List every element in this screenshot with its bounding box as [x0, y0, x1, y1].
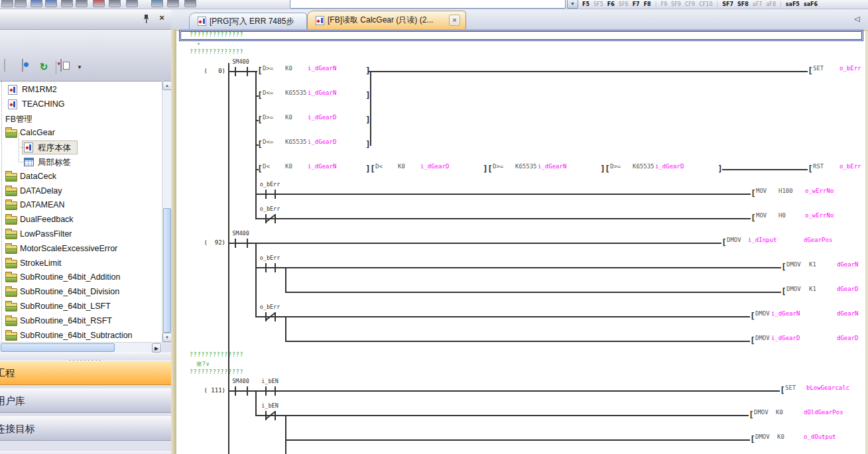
- instruction-mnemonic[interactable]: DMOV: [755, 433, 770, 440]
- ladder-symbol-button[interactable]: SF7: [722, 1, 733, 7]
- tree-item[interactable]: DataCeck: [0, 170, 162, 184]
- contact[interactable]: [275, 263, 276, 272]
- ladder-symbol-button[interactable]: CF10: [699, 1, 712, 7]
- ladder-symbol-button[interactable]: SF5: [593, 1, 603, 7]
- refresh-icon[interactable]: ↻: [36, 60, 52, 76]
- operand-variable[interactable]: o_bErr: [839, 163, 861, 170]
- compare-op[interactable]: D>=: [263, 65, 273, 72]
- instruction-mnemonic[interactable]: K0: [777, 433, 784, 440]
- instruction-mnemonic[interactable]: H100: [778, 188, 793, 194]
- operand-variable[interactable]: dGearD: [837, 335, 859, 341]
- scrollbar-thumb[interactable]: [1, 343, 115, 352]
- tree-item[interactable]: FB管理: [0, 112, 162, 127]
- contact[interactable]: [275, 190, 276, 199]
- contact[interactable]: [247, 67, 248, 76]
- instruction-mnemonic[interactable]: DMOV: [754, 409, 769, 416]
- copy-data-icon[interactable]: [1, 60, 17, 76]
- ladder-symbol-button[interactable]: saF5: [786, 1, 800, 7]
- ladder-symbol-button[interactable]: aF7: [753, 1, 763, 7]
- contact[interactable]: [265, 386, 267, 396]
- save-icon[interactable]: [31, 0, 42, 7]
- ladder-symbol-button[interactable]: SF9: [671, 1, 681, 7]
- device-comment-icon[interactable]: [151, 0, 163, 7]
- operand-variable[interactable]: i_dGearN: [771, 310, 800, 317]
- operand-variable[interactable]: o_wErrNo: [805, 212, 834, 219]
- tree-item[interactable]: SubRoutine_64bit_Division: [0, 285, 162, 300]
- tree-item[interactable]: DATAMEAN: [0, 198, 162, 213]
- scrollbar-thumb[interactable]: [163, 208, 171, 333]
- new-project-icon[interactable]: [1, 0, 13, 7]
- tree-item[interactable]: TEACHING: [0, 97, 162, 112]
- scroll-right-icon[interactable]: ▶: [152, 343, 161, 353]
- operand-variable[interactable]: i_dGearD: [771, 335, 800, 341]
- find-icon[interactable]: [126, 0, 138, 7]
- tree-item[interactable]: DualFeedback: [0, 213, 162, 227]
- monitor-icon[interactable]: [109, 0, 121, 7]
- instruction-mnemonic[interactable]: DMOV: [727, 237, 741, 243]
- tree-item[interactable]: MotorScaleExcessiveError: [0, 242, 162, 256]
- nav-button-connection[interactable]: 连接目标: [0, 416, 171, 441]
- scroll-down-icon[interactable]: ▼: [162, 333, 171, 342]
- operand-variable[interactable]: i_dInput: [748, 237, 776, 243]
- operand-variable[interactable]: o_bErr: [839, 65, 861, 72]
- save-all-icon[interactable]: [45, 0, 57, 7]
- operand-variable[interactable]: dOldGearPos: [804, 409, 843, 416]
- instruction-mnemonic[interactable]: RST: [813, 163, 824, 170]
- tree-item[interactable]: SubRoutine_64bit_RSFT: [0, 314, 162, 329]
- tab-scroll-left-icon[interactable]: ◁: [854, 15, 859, 23]
- monitor-stop-icon[interactable]: [93, 0, 105, 7]
- tree-item[interactable]: SubRoutine_64bit_Subtraction: [0, 329, 162, 342]
- tab-fb-calcgear[interactable]: [FB]读取 CalcGear (只读) (2... ×: [307, 11, 466, 29]
- tree-item[interactable]: 程序本体: [0, 141, 162, 155]
- tree-vertical-scrollbar[interactable]: ▲ ▼: [162, 81, 171, 342]
- operand-variable[interactable]: dGearN: [837, 310, 859, 317]
- instruction-mnemonic[interactable]: SET: [813, 65, 824, 72]
- ladder-symbol-button[interactable]: F9: [660, 1, 667, 7]
- contact[interactable]: [235, 67, 236, 76]
- tree-item[interactable]: LowPassFilter: [0, 227, 162, 242]
- tree-item[interactable]: DATADelay: [0, 184, 162, 199]
- instruction-mnemonic[interactable]: MOV: [756, 212, 767, 219]
- instruction-mnemonic[interactable]: MOV: [756, 188, 767, 194]
- operand-variable[interactable]: dGearPos: [804, 237, 832, 243]
- instruction-mnemonic[interactable]: DMOV: [755, 335, 770, 341]
- ladder-symbol-button[interactable]: F7: [633, 1, 640, 7]
- tab-prg-write[interactable]: [PRG]写入 ERR 7485步: [189, 13, 307, 29]
- contact[interactable]: [247, 239, 248, 248]
- close-tab-icon[interactable]: ×: [449, 15, 460, 26]
- contact[interactable]: [275, 386, 276, 396]
- instruction-mnemonic[interactable]: DMOV: [786, 261, 801, 268]
- scroll-up-icon[interactable]: ▲: [162, 81, 171, 90]
- device-combobox[interactable]: [290, 0, 566, 9]
- pin-icon[interactable]: [142, 14, 151, 25]
- contact[interactable]: [235, 239, 236, 248]
- compare-op[interactable]: D>=: [263, 114, 273, 121]
- tree-item[interactable]: SubRoutine_64bit_LSFT: [0, 300, 162, 314]
- instruction-mnemonic[interactable]: DMOV: [755, 310, 770, 317]
- compare-op[interactable]: D<=: [263, 139, 273, 145]
- ladder-symbol-button[interactable]: saF6: [804, 1, 818, 7]
- compare-op[interactable]: D>=: [610, 163, 621, 170]
- ladder-symbol-button[interactable]: aF8: [766, 1, 776, 7]
- parameter-info-icon[interactable]: [19, 60, 34, 76]
- tree-item[interactable]: RM1RM2: [0, 83, 162, 97]
- contact[interactable]: [265, 190, 267, 199]
- combobox-dropdown-icon[interactable]: ▼: [567, 0, 578, 9]
- operand-variable[interactable]: dGearN: [837, 261, 859, 268]
- instruction-mnemonic[interactable]: K0: [776, 409, 783, 416]
- comment-selection-box[interactable]: [179, 30, 863, 41]
- instruction-mnemonic[interactable]: SET: [785, 384, 796, 391]
- instruction-mnemonic[interactable]: H0: [778, 212, 786, 219]
- instruction-mnemonic[interactable]: DMOV: [786, 286, 801, 292]
- tree-item[interactable]: CalcGear: [0, 126, 162, 141]
- grid2-icon[interactable]: [76, 0, 88, 7]
- nav-button-user-library[interactable]: 用户库: [0, 388, 171, 413]
- compare-op[interactable]: D<: [263, 163, 270, 170]
- compare-op[interactable]: D>=: [493, 163, 503, 170]
- sort-device-icon[interactable]: [59, 60, 75, 76]
- tree-horizontal-scrollbar[interactable]: ▶: [0, 342, 171, 353]
- operand-variable[interactable]: o_dOutput: [804, 433, 836, 440]
- ladder-symbol-button[interactable]: CF9: [685, 1, 695, 7]
- operand-variable[interactable]: o_wErrNo: [805, 188, 834, 194]
- build-icon[interactable]: [184, 0, 196, 7]
